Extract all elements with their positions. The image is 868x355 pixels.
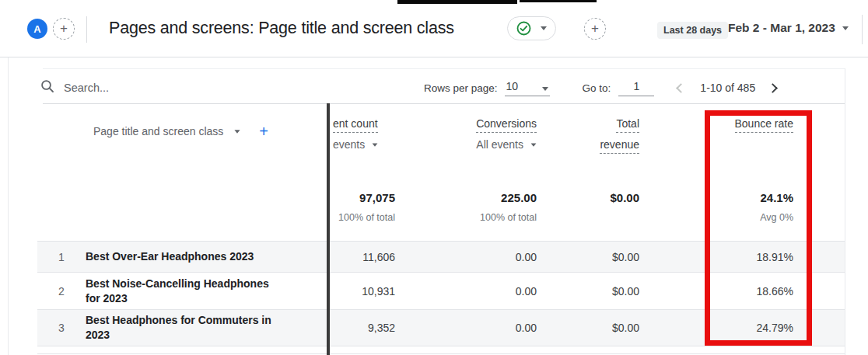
previous-page-button[interactable] [676,83,686,93]
column-header-event-count[interactable]: ent count events [333,117,378,151]
conversions-subheader-label: All events [476,138,523,151]
pagination-range: 1-10 of 485 [700,82,755,94]
table-top-border [43,68,845,69]
total-revenue-cell: $0.00 [537,285,639,298]
column-header-total-revenue[interactable]: Total revenue [537,117,639,154]
event-count-cell: 10,931 [319,285,395,298]
table-row: 3 Best Headphones for Commuters in 2023 … [37,309,845,346]
add-column-icon[interactable]: + [259,126,268,137]
totals-total-revenue-value: $0.00 [537,191,639,204]
page-title-cell: Best Noise-Cancelling Headphones for 202… [86,277,319,306]
event-count-cell: 11,606 [319,251,395,263]
column-header-bounce-rate[interactable]: Bounce rate [639,117,793,133]
chevron-down-icon [542,87,548,91]
toolbar-divider [43,103,845,104]
report-status-control[interactable] [507,16,556,40]
row-number: 2 [37,285,86,298]
bounce-rate-header-label: Bounce rate [735,117,794,133]
table-right-border [845,68,845,355]
header-divider [862,15,863,44]
table-row: 2 Best Noise-Cancelling Headphones for 2… [37,272,845,309]
totals-event-count-sub: 100% of total [311,212,395,223]
add-comparison-button[interactable]: + [53,18,75,40]
header-divider [86,16,87,43]
event-count-cell: 9,352 [319,322,395,334]
totals-conversions-value: 225.00 [395,191,537,204]
date-range-text: Feb 2 - Mar 1, 2023 [728,21,835,35]
check-circle-icon [516,21,531,36]
column-header-page-title[interactable]: Page title and screen class + [93,125,268,137]
conversions-header-label: Conversions [476,117,537,133]
avatar-letter: A [33,23,40,35]
page-title: Pages and screens: Page title and screen… [109,19,454,38]
chevron-down-icon [541,26,547,30]
next-row-border [37,353,845,354]
table-pagination-controls: Rows per page: 10 Go to: 1-10 of 485 [424,77,776,99]
column-header-conversions[interactable]: Conversions All events [395,117,537,151]
totals-conversions: 225.00 100% of total [395,191,537,223]
page-title-cell: Best Headphones for Commuters in 2023 [86,313,319,343]
column-resize-handle[interactable] [327,103,330,355]
total-revenue-cell: $0.00 [537,322,639,334]
total-revenue-header-line2: revenue [600,138,639,154]
totals-bounce-rate: 24.1% Avg 0% [639,191,793,223]
chevron-down-icon [531,143,537,146]
goto-label: Go to: [583,82,611,94]
totals-event-count: 97,075 100% of total [311,191,395,223]
top-black-bar [397,0,517,4]
chevron-down-icon [235,130,240,134]
dimension-header-label: Page title and screen class [93,125,223,137]
bounce-rate-cell: 24.79% [639,322,793,334]
page-title-cell: Best Over-Ear Headphones 2023 [86,249,319,264]
date-range-preset-badge[interactable]: Last 28 days [657,22,728,39]
event-count-header-label: ent count [333,117,378,133]
conversions-cell: 0.00 [395,251,537,263]
total-revenue-cell: $0.00 [537,251,639,263]
bounce-rate-cell: 18.91% [639,251,793,263]
search-input[interactable] [64,78,297,97]
totals-bounce-rate-sub: Avg 0% [639,212,793,223]
search-icon [40,79,54,93]
plus-icon: + [60,21,68,37]
panel-left-border [8,57,9,355]
bounce-rate-cell: 18.66% [639,285,793,298]
row-number: 3 [37,322,86,334]
totals-bounce-rate-value: 24.1% [639,191,793,204]
goto-page-input[interactable] [618,80,654,96]
total-revenue-header-line1: Total [616,117,639,133]
plus-icon: + [591,21,599,37]
ga4-pages-screens-report: A + Pages and screens: Page title and sc… [0,0,868,355]
row-number: 1 [37,251,86,263]
totals-event-count-value: 97,075 [311,191,395,204]
chevron-down-icon [842,26,849,30]
event-count-subheader-label: events [333,138,365,151]
table-row: 1 Best Over-Ear Headphones 2023 11,606 0… [37,241,845,272]
next-page-button[interactable] [768,83,778,93]
rows-per-page-value: 10 [506,80,519,92]
chevron-down-icon [373,143,378,146]
add-report-button[interactable]: + [584,18,606,40]
card-top-border [0,57,868,57]
table-body: 1 Best Over-Ear Headphones 2023 11,606 0… [37,241,845,346]
rows-per-page-label: Rows per page: [424,82,498,94]
top-black-bar [520,0,597,2]
conversions-cell: 0.00 [395,285,537,298]
totals-conversions-sub: 100% of total [395,212,537,223]
date-range-selector[interactable]: Feb 2 - Mar 1, 2023 [728,21,849,35]
rows-per-page-select[interactable]: 10 [505,80,550,96]
avatar[interactable]: A [27,19,47,39]
totals-total-revenue: $0.00 [537,191,639,204]
conversions-cell: 0.00 [395,322,537,334]
